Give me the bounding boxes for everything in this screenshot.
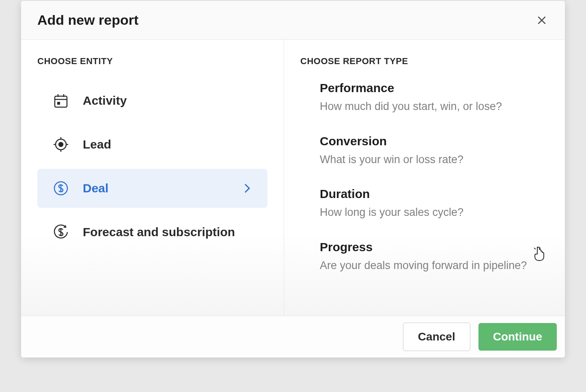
- report-type-title: Duration: [320, 187, 545, 201]
- continue-button[interactable]: Continue: [478, 323, 557, 351]
- entity-label: Forecast and subscription: [83, 225, 253, 239]
- choose-report-type-heading: CHOOSE REPORT TYPE: [300, 56, 545, 67]
- target-icon: [52, 136, 70, 153]
- report-type-desc: What is your win or loss rate?: [320, 151, 545, 168]
- cancel-button[interactable]: Cancel: [403, 323, 470, 351]
- report-type-performance[interactable]: Performance How much did you start, win,…: [320, 81, 545, 115]
- add-report-modal: Add new report CHOOSE ENTITY: [21, 1, 565, 358]
- svg-point-8: [59, 142, 63, 146]
- entity-item-lead[interactable]: Lead: [37, 125, 267, 164]
- entity-label: Deal: [83, 181, 241, 195]
- svg-rect-2: [55, 96, 67, 107]
- report-type-desc: How much did you start, win, or lose?: [320, 98, 545, 115]
- report-type-title: Performance: [320, 81, 545, 95]
- entity-label: Lead: [83, 138, 253, 151]
- svg-rect-6: [57, 102, 60, 105]
- dollar-refresh-icon: [52, 223, 70, 241]
- entity-item-forecast[interactable]: Forecast and subscription: [37, 213, 267, 252]
- modal-body: CHOOSE ENTITY Activity: [21, 40, 565, 316]
- report-type-desc: Are your deals moving forward in pipelin…: [320, 257, 545, 274]
- entity-list: Activity Lead: [37, 81, 267, 252]
- chevron-right-icon: [241, 183, 253, 194]
- report-type-conversion[interactable]: Conversion What is your win or loss rate…: [320, 134, 545, 168]
- modal-header: Add new report: [21, 1, 565, 40]
- dollar-circle-icon: [52, 179, 70, 197]
- modal-footer: Cancel Continue: [21, 316, 565, 358]
- calendar-icon: [52, 92, 70, 110]
- close-icon[interactable]: [535, 13, 549, 27]
- report-type-title: Progress: [320, 240, 545, 254]
- report-type-title: Conversion: [320, 134, 545, 148]
- choose-report-type-column: CHOOSE REPORT TYPE Performance How much …: [284, 40, 565, 316]
- choose-entity-heading: CHOOSE ENTITY: [37, 56, 267, 67]
- modal-title: Add new report: [37, 12, 138, 28]
- report-type-desc: How long is your sales cycle?: [320, 204, 545, 221]
- report-type-duration[interactable]: Duration How long is your sales cycle?: [320, 187, 545, 221]
- entity-item-activity[interactable]: Activity: [37, 81, 267, 120]
- report-type-progress[interactable]: Progress Are your deals moving forward i…: [320, 240, 545, 274]
- entity-item-deal[interactable]: Deal: [37, 169, 267, 208]
- entity-label: Activity: [83, 94, 253, 108]
- choose-entity-column: CHOOSE ENTITY Activity: [21, 40, 284, 316]
- report-type-list: Performance How much did you start, win,…: [300, 81, 545, 274]
